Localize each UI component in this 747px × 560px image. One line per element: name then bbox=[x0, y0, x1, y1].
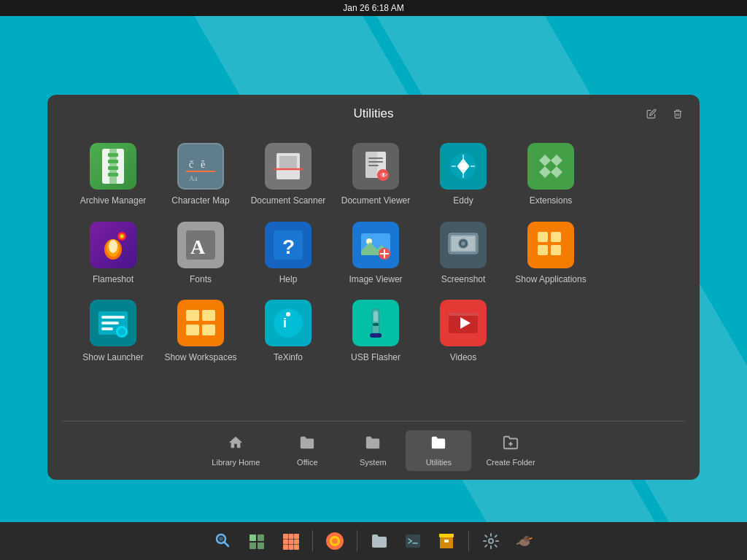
svg-rect-65 bbox=[374, 311, 378, 322]
app-item-usb-flasher[interactable]: USB Flasher bbox=[332, 292, 419, 371]
app-item-document-scanner[interactable]: Document Scanner bbox=[244, 136, 332, 214]
svg-rect-48 bbox=[538, 245, 548, 255]
nav-label-create-folder: Create Folder bbox=[486, 458, 535, 467]
app-item-help[interactable]: ? Help bbox=[244, 214, 332, 293]
taskbar-icon-archive[interactable] bbox=[432, 526, 461, 556]
svg-rect-4 bbox=[108, 166, 118, 170]
app-label-texinfo: TeXinfo bbox=[274, 352, 303, 364]
svg-rect-8 bbox=[186, 171, 215, 172]
svg-text:ê: ê bbox=[201, 159, 205, 170]
svg-rect-66 bbox=[373, 323, 379, 326]
taskbar-icon-search[interactable] bbox=[209, 526, 238, 556]
app-item-videos[interactable]: Videos bbox=[419, 292, 507, 371]
svg-text:i: i bbox=[283, 316, 287, 330]
svg-rect-56 bbox=[186, 310, 199, 321]
svg-text:A: A bbox=[190, 236, 206, 258]
svg-rect-84 bbox=[288, 540, 293, 545]
svg-rect-2 bbox=[108, 153, 118, 157]
svg-rect-81 bbox=[288, 534, 293, 539]
nav-item-utilities[interactable]: Utilities bbox=[406, 430, 471, 471]
svg-rect-70 bbox=[449, 313, 478, 316]
svg-rect-53 bbox=[101, 327, 113, 330]
datetime: Jan 26 6:18 AM bbox=[343, 3, 403, 13]
taskbar-separator bbox=[312, 530, 313, 552]
svg-text:👁: 👁 bbox=[380, 171, 387, 179]
nav-item-create-folder[interactable]: Create Folder bbox=[471, 430, 549, 471]
svg-rect-83 bbox=[283, 540, 288, 545]
taskbar-separator bbox=[468, 530, 469, 552]
app-item-show-workspaces[interactable]: Show Workspaces bbox=[157, 292, 244, 371]
svg-rect-11 bbox=[279, 156, 297, 169]
nav-label-library-home: Library Home bbox=[212, 458, 260, 467]
svg-rect-5 bbox=[108, 173, 118, 176]
svg-point-55 bbox=[118, 328, 125, 335]
taskbar-icon-fm[interactable] bbox=[365, 526, 394, 556]
svg-rect-77 bbox=[258, 534, 264, 541]
svg-point-21 bbox=[460, 163, 467, 170]
taskbar-icon-bird[interactable] bbox=[510, 526, 539, 556]
app-label-usb-flasher: USB Flasher bbox=[351, 352, 400, 364]
edit-button[interactable] bbox=[641, 104, 662, 124]
taskbar-icon-term[interactable] bbox=[398, 526, 427, 556]
app-label-eddy: Eddy bbox=[453, 195, 473, 207]
svg-text:Aa: Aa bbox=[189, 174, 198, 182]
nav-icon-library-home bbox=[228, 435, 244, 455]
app-item-flameshot[interactable]: Flameshot bbox=[69, 214, 157, 293]
dialog-title: Utilities bbox=[354, 106, 394, 121]
svg-point-45 bbox=[461, 241, 465, 246]
delete-button[interactable] bbox=[667, 104, 688, 124]
taskbar bbox=[0, 522, 747, 560]
app-item-screenshot[interactable]: Screenshot bbox=[419, 214, 507, 293]
app-item-show-launcher[interactable]: Show Launcher bbox=[69, 292, 157, 371]
app-label-extensions: Extensions bbox=[530, 195, 573, 207]
nav-item-office[interactable]: Office bbox=[274, 430, 340, 471]
svg-rect-52 bbox=[101, 322, 119, 324]
svg-rect-16 bbox=[368, 161, 383, 163]
svg-rect-51 bbox=[101, 316, 125, 319]
taskbar-icon-firefox[interactable] bbox=[320, 526, 349, 556]
svg-text:?: ? bbox=[282, 236, 295, 258]
app-item-image-viewer[interactable]: Image Viewer bbox=[332, 214, 419, 293]
app-label-screenshot: Screenshot bbox=[441, 274, 486, 286]
nav-item-library-home[interactable]: Library Home bbox=[197, 430, 274, 471]
svg-point-100 bbox=[527, 537, 529, 540]
svg-rect-88 bbox=[294, 545, 299, 550]
svg-rect-57 bbox=[202, 310, 215, 321]
taskbar-icon-settings[interactable] bbox=[476, 526, 506, 556]
app-item-extensions[interactable]: Extensions bbox=[507, 136, 595, 214]
app-item-character-map[interactable]: č ê Aa Character Map bbox=[157, 136, 244, 214]
dialog-nav: Library Home Office System Utilities Cre… bbox=[47, 421, 700, 480]
app-item-texinfo[interactable]: i TeXinfo bbox=[244, 292, 332, 371]
app-item-document-viewer[interactable]: 👁 Document Viewer bbox=[332, 136, 419, 214]
svg-rect-58 bbox=[186, 324, 199, 335]
taskbar-icon-files[interactable] bbox=[242, 526, 271, 556]
nav-label-utilities: Utilities bbox=[426, 458, 452, 467]
app-grid: Archive Manager č ê Aa Character Map Doc… bbox=[47, 128, 700, 421]
nav-item-system[interactable]: System bbox=[340, 430, 406, 471]
svg-rect-46 bbox=[538, 232, 548, 242]
dialog-actions bbox=[641, 104, 688, 124]
svg-rect-92 bbox=[406, 534, 420, 548]
app-item-eddy[interactable]: Eddy bbox=[419, 136, 507, 214]
svg-rect-49 bbox=[551, 245, 561, 255]
svg-line-75 bbox=[224, 542, 228, 547]
svg-rect-17 bbox=[368, 165, 379, 166]
svg-text:č: č bbox=[189, 159, 193, 170]
app-label-image-viewer: Image Viewer bbox=[349, 274, 402, 286]
taskbar-icon-apps[interactable] bbox=[276, 526, 305, 556]
svg-rect-15 bbox=[368, 158, 383, 159]
app-item-fonts[interactable]: A Fonts bbox=[157, 214, 244, 293]
app-item-archive-manager[interactable]: Archive Manager bbox=[69, 136, 157, 214]
nav-icon-utilities bbox=[430, 435, 446, 455]
nav-label-system: System bbox=[360, 458, 387, 467]
app-item-show-applications[interactable]: Show Applications bbox=[507, 214, 595, 293]
svg-rect-95 bbox=[440, 537, 453, 548]
app-label-flameshot: Flameshot bbox=[93, 274, 133, 286]
svg-rect-80 bbox=[283, 534, 288, 539]
svg-rect-47 bbox=[551, 232, 561, 242]
svg-point-62 bbox=[286, 312, 290, 316]
svg-point-74 bbox=[219, 537, 223, 541]
svg-point-28 bbox=[109, 240, 117, 253]
app-label-show-workspaces: Show Workspaces bbox=[164, 352, 236, 364]
svg-rect-67 bbox=[370, 333, 382, 338]
